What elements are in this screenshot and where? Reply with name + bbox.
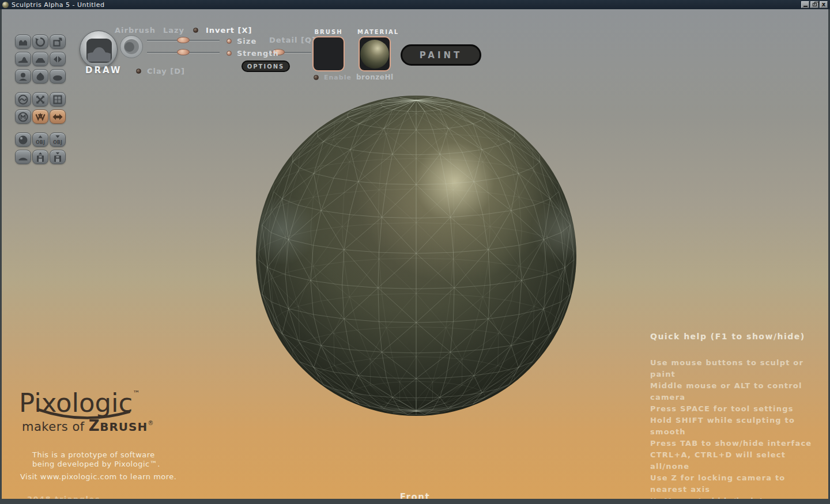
svg-text:OBJ: OBJ <box>36 139 45 145</box>
smooth-all-icon <box>17 94 29 105</box>
window-border-left <box>0 9 2 499</box>
brush-shape-preview-button[interactable] <box>80 31 118 69</box>
help-line: Hold SHIFT while sculpting to smooth <box>650 415 823 438</box>
brush-mode-row: Airbrush Lazy Invert [X] <box>115 26 252 35</box>
brush-section-label: BRUSH <box>312 29 345 35</box>
quick-help-panel: Quick help (F1 to show/hide) Use mouse b… <box>650 332 823 504</box>
window-controls: x <box>801 1 828 8</box>
sculpt-sphere-mesh[interactable] <box>256 96 576 416</box>
tool-reduce-selected-button[interactable] <box>32 92 48 107</box>
material-section-label: MATERIAL <box>357 29 392 35</box>
close-icon: x <box>822 2 825 7</box>
app-window: Sculptris Alpha 5 - Untitled x OBJOBJ DR… <box>0 0 830 504</box>
clay-indicator[interactable] <box>136 69 141 74</box>
visit-link-text: Visit www.pixologic.com to learn more. <box>20 472 176 481</box>
help-line: Middle mouse or ALT to control camera <box>650 380 823 403</box>
brush-enable-row: Enable <box>314 74 352 81</box>
flatten-icon <box>35 54 46 65</box>
tool-rotate-button[interactable] <box>32 35 48 49</box>
draw-icon <box>17 54 29 65</box>
tool-smooth-button[interactable] <box>50 69 66 84</box>
strength-indicator[interactable] <box>227 51 232 56</box>
tool-new-sphere-button[interactable] <box>15 132 31 147</box>
smooth-icon <box>52 71 63 82</box>
material-name: bronzeHl <box>356 73 393 81</box>
prototype-line-1: This is a prototype of software <box>32 450 160 460</box>
mask-icon <box>17 111 29 123</box>
tool-inflate-button[interactable] <box>32 69 48 84</box>
subdivide-icon <box>35 111 46 123</box>
registered-mark: ® <box>148 420 154 426</box>
tool-smooth-all-button[interactable] <box>15 92 31 107</box>
airbrush-toggle[interactable]: Airbrush <box>115 26 156 35</box>
tool-grab-button[interactable] <box>15 69 31 84</box>
size-slider[interactable] <box>147 37 220 43</box>
clay-toggle[interactable]: Clay [D] <box>147 67 185 75</box>
tool-scale-button[interactable] <box>50 35 66 49</box>
grab-icon <box>17 71 29 82</box>
material-preview-sphere <box>360 40 389 69</box>
falloff-core <box>124 42 134 52</box>
restore-icon <box>813 3 817 6</box>
inflate-icon <box>35 71 46 82</box>
window-border-bottom <box>0 499 830 504</box>
prototype-notice: This is a prototype of software being de… <box>32 450 160 469</box>
brush-enable-toggle[interactable]: Enable <box>324 74 352 81</box>
lazy-toggle[interactable]: Lazy <box>163 26 184 35</box>
tool-flatten-button[interactable] <box>32 52 48 66</box>
size-label-row: Size <box>227 37 256 46</box>
crease-icon <box>17 36 29 48</box>
new-plane-icon <box>17 151 29 163</box>
tool-draw-button[interactable] <box>15 52 31 66</box>
detail-label: Detail [Q] <box>269 36 316 44</box>
logo-trademark: ™ <box>133 389 139 397</box>
window-title: Sculptris Alpha 5 - Untitled <box>12 1 104 9</box>
tool-subdivide-all-button[interactable] <box>32 109 48 124</box>
makers-of-zbrush: makers of ZBRUSH® <box>22 417 154 434</box>
invert-indicator[interactable] <box>193 28 198 33</box>
minimize-icon <box>803 6 808 7</box>
strength-slider-handle[interactable] <box>177 49 190 55</box>
size-label: Size <box>237 37 256 46</box>
close-button[interactable]: x <box>820 1 828 8</box>
save-file-icon <box>52 151 63 163</box>
size-slider-handle[interactable] <box>177 37 190 43</box>
tool-mask-button[interactable] <box>15 109 31 124</box>
tool-pinch-button[interactable] <box>50 52 66 66</box>
new-sphere-icon <box>17 134 29 146</box>
open-file-icon <box>35 151 46 163</box>
tool-export-obj-button[interactable]: OBJ <box>50 132 66 147</box>
app-icon <box>2 2 9 8</box>
quick-help-title: Quick help (F1 to show/hide) <box>650 332 823 341</box>
paint-mode-button[interactable]: PAINT <box>401 44 481 66</box>
tool-save-file-button[interactable] <box>50 150 66 164</box>
wireframe-icon <box>52 94 63 105</box>
restore-button[interactable] <box>810 1 818 8</box>
title-bar: Sculptris Alpha 5 - Untitled x <box>0 0 830 9</box>
tool-symmetry-toggle-button[interactable] <box>50 109 66 124</box>
minimize-button[interactable] <box>801 1 809 8</box>
tool-new-plane-button[interactable] <box>15 150 31 164</box>
tool-crease-button[interactable] <box>15 35 31 49</box>
strength-slider[interactable] <box>147 49 220 55</box>
brush-falloff-preview-button[interactable] <box>120 35 143 58</box>
tool-import-obj-button[interactable]: OBJ <box>32 132 48 147</box>
material-selector[interactable] <box>359 36 391 71</box>
options-button[interactable]: OPTIONS <box>242 60 290 72</box>
brush-texture-slot[interactable] <box>312 36 345 71</box>
help-line: CTRL+A, CTRL+D will select all/none <box>650 449 823 472</box>
brush-enable-indicator[interactable] <box>314 75 319 80</box>
svg-text:OBJ: OBJ <box>53 139 62 145</box>
size-indicator[interactable] <box>227 39 232 44</box>
help-line: Press TAB to show/hide interface <box>650 438 823 449</box>
invert-toggle[interactable]: Invert [X] <box>206 26 252 35</box>
pinch-icon <box>52 54 63 65</box>
viewport-canvas[interactable]: OBJOBJ DRAW Airbrush Lazy Invert [X] <box>0 9 830 499</box>
strength-label: Strength <box>237 49 279 58</box>
help-line: Press SPACE for tool settings <box>650 403 823 415</box>
sphere-wireframe <box>256 96 576 416</box>
strength-label-row: Strength <box>227 49 279 58</box>
tool-wireframe-toggle-button[interactable] <box>50 92 66 107</box>
help-line: Use Z for locking camera to nearest axis <box>650 472 823 495</box>
tool-open-file-button[interactable] <box>32 150 48 164</box>
